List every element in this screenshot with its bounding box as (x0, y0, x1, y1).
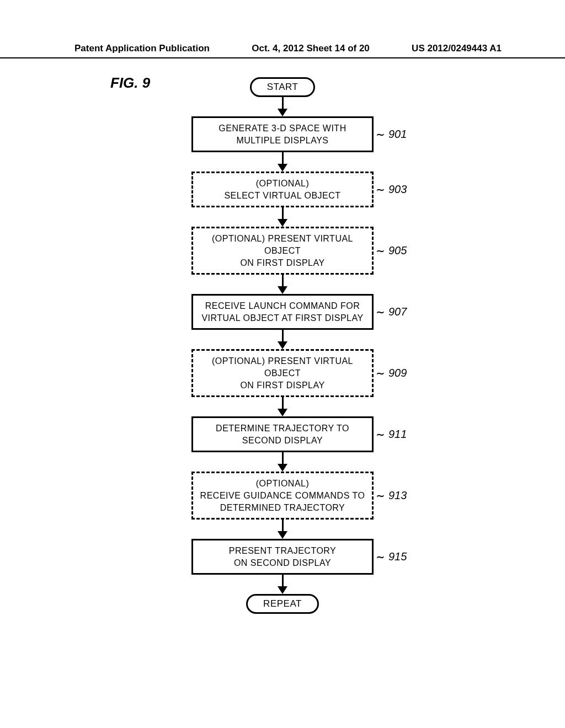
step-text-line: (OPTIONAL) (196, 178, 369, 190)
flow-step-915: PRESENT TRAJECTORY ON SECOND DISPLAY ∼ 9… (191, 539, 374, 575)
flow-step-907: RECEIVE LAUNCH COMMAND FOR VIRTUAL OBJEC… (191, 294, 374, 330)
step-text-line: RECEIVE LAUNCH COMMAND FOR (196, 300, 369, 312)
tilde-icon: ∼ (376, 426, 385, 442)
arrow-icon (278, 575, 287, 594)
terminal-repeat: REPEAT (246, 594, 319, 614)
step-text-line: ON FIRST DISPLAY (196, 257, 369, 269)
step-text-line: PRESENT TRAJECTORY (196, 545, 369, 557)
tilde-icon: ∼ (376, 243, 385, 259)
step-box: RECEIVE LAUNCH COMMAND FOR VIRTUAL OBJEC… (191, 294, 374, 330)
page-header: Patent Application Publication Oct. 4, 2… (0, 43, 565, 58)
reference-number: ∼ 905 (374, 244, 407, 258)
reference-number: ∼ 915 (374, 550, 407, 564)
arrow-icon (278, 520, 287, 539)
step-text-line: ON SECOND DISPLAY (196, 557, 369, 569)
reference-number: ∼ 901 (374, 128, 407, 141)
terminal-start: START (250, 77, 316, 97)
reference-number-text: 913 (388, 489, 407, 502)
step-text-line: DETERMINE TRAJECTORY TO (196, 422, 369, 435)
tilde-icon: ∼ (376, 304, 385, 320)
flow-step-905: (OPTIONAL) PRESENT VIRTUAL OBJECT ON FIR… (191, 227, 374, 275)
reference-number-text: 915 (388, 550, 407, 563)
flow-step-909: (OPTIONAL) PRESENT VIRTUAL OBJECT ON FIR… (191, 349, 374, 397)
arrow-icon (278, 452, 287, 472)
arrow-icon (278, 397, 287, 416)
reference-number: ∼ 903 (374, 183, 407, 196)
arrow-icon (278, 207, 287, 227)
reference-number: ∼ 913 (374, 489, 407, 502)
step-box-optional: (OPTIONAL) PRESENT VIRTUAL OBJECT ON FIR… (191, 349, 374, 397)
reference-number-text: 903 (388, 183, 407, 196)
header-date-sheet: Oct. 4, 2012 Sheet 14 of 20 (252, 43, 370, 54)
reference-number-text: 909 (388, 367, 407, 379)
arrow-icon (278, 275, 287, 294)
reference-number-text: 911 (388, 428, 407, 441)
page: Patent Application Publication Oct. 4, 2… (0, 0, 565, 728)
tilde-icon: ∼ (376, 126, 385, 142)
flowchart: START GENERATE 3-D SPACE WITH MULTIPLE D… (0, 77, 565, 614)
arrow-icon (278, 330, 287, 349)
step-box: DETERMINE TRAJECTORY TO SECOND DISPLAY (191, 416, 374, 452)
arrow-icon (278, 152, 287, 172)
reference-number: ∼ 911 (374, 428, 407, 441)
step-box: PRESENT TRAJECTORY ON SECOND DISPLAY (191, 539, 374, 575)
step-text-line: DETERMINED TRAJECTORY (196, 502, 369, 514)
tilde-icon: ∼ (376, 181, 385, 197)
step-text-line: (OPTIONAL) (196, 478, 369, 490)
step-text-line: VIRTUAL OBJECT AT FIRST DISPLAY (196, 312, 369, 324)
arrow-icon (278, 97, 287, 116)
reference-number: ∼ 909 (374, 367, 407, 380)
step-box-optional: (OPTIONAL) SELECT VIRTUAL OBJECT (191, 172, 374, 207)
flow-step-911: DETERMINE TRAJECTORY TO SECOND DISPLAY ∼… (191, 416, 374, 452)
step-text-line: GENERATE 3-D SPACE WITH (196, 122, 369, 135)
step-box-optional: (OPTIONAL) PRESENT VIRTUAL OBJECT ON FIR… (191, 227, 374, 275)
step-text-line: MULTIPLE DISPLAYS (196, 135, 369, 147)
step-text-line: RECEIVE GUIDANCE COMMANDS TO (196, 490, 369, 502)
flow-step-901: GENERATE 3-D SPACE WITH MULTIPLE DISPLAY… (191, 116, 374, 152)
tilde-icon: ∼ (376, 488, 385, 504)
step-text-line: (OPTIONAL) PRESENT VIRTUAL OBJECT (196, 355, 369, 379)
reference-number-text: 907 (388, 306, 407, 318)
flow-step-913: (OPTIONAL) RECEIVE GUIDANCE COMMANDS TO … (191, 472, 374, 520)
header-publication-type: Patent Application Publication (74, 43, 210, 54)
step-box: GENERATE 3-D SPACE WITH MULTIPLE DISPLAY… (191, 116, 374, 152)
step-text-line: SELECT VIRTUAL OBJECT (196, 190, 369, 202)
tilde-icon: ∼ (376, 365, 385, 381)
flow-step-903: (OPTIONAL) SELECT VIRTUAL OBJECT ∼ 903 (191, 172, 374, 207)
header-publication-number: US 2012/0249443 A1 (412, 43, 502, 54)
reference-number-text: 901 (388, 128, 407, 141)
reference-number: ∼ 907 (374, 306, 407, 319)
step-text-line: ON FIRST DISPLAY (196, 379, 369, 392)
step-text-line: (OPTIONAL) PRESENT VIRTUAL OBJECT (196, 233, 369, 256)
tilde-icon: ∼ (376, 549, 385, 565)
step-text-line: SECOND DISPLAY (196, 435, 369, 447)
reference-number-text: 905 (388, 244, 407, 257)
step-box-optional: (OPTIONAL) RECEIVE GUIDANCE COMMANDS TO … (191, 472, 374, 520)
